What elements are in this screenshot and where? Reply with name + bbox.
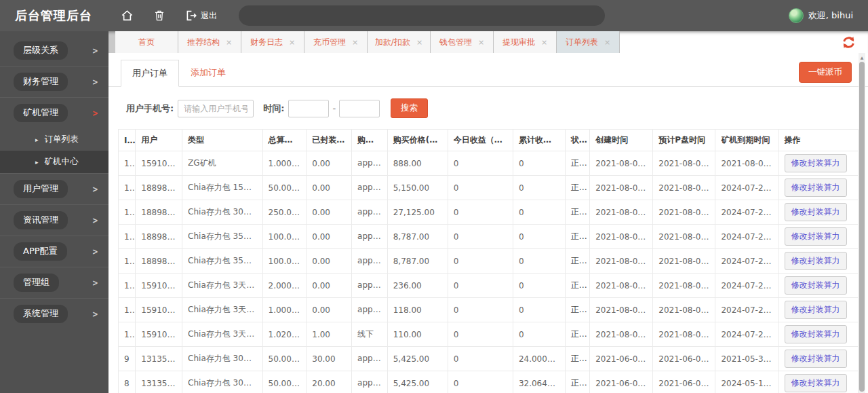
scrollbar-up-button[interactable]: ▲ [859,53,865,61]
tab[interactable]: 财务日志 × [241,31,304,53]
sidebar: 层级关系 > ▸ 层级关系 财务管理 > ▸ 财务管理 矿机管理 [0,31,108,393]
tab-close-icon[interactable]: × [289,39,295,46]
logout-button[interactable]: 退出 [185,10,217,22]
tab-close-icon[interactable]: × [478,39,484,46]
sidebar-item[interactable]: 管理组 > [0,267,108,298]
sidebar-item[interactable]: 层级关系 > [0,35,108,66]
tab-label: 订单列表 [566,37,598,48]
cell-total-profit: 32.06400000 [513,371,565,393]
tab[interactable]: 首页 × [115,31,178,53]
tab[interactable]: 提现审批 × [494,31,557,53]
sidebar-item[interactable]: 系统管理 > [0,298,108,329]
modify-seal-power-button[interactable]: 修改封装算力 [785,179,847,197]
dispatch-coin-button[interactable]: 一键派币 [799,62,852,83]
modify-seal-power-button[interactable]: 修改封装算力 [785,252,847,270]
cell-created-time: 2021-08-05 22:45:03 [590,322,653,347]
tab[interactable]: 加款/扣款 × [368,31,431,53]
search-button[interactable]: 搜索 [391,98,428,118]
sidebar-item-label: 管理组 [14,274,59,292]
cell-today-profit: 0 [448,151,513,176]
cell-expire-time: 2024-07-20 23:02:36 [715,225,778,249]
refresh-icon[interactable] [842,35,856,50]
column-header: 总算力(TB) [262,130,307,151]
cell-purchase-method: app购买 [352,225,388,249]
tab[interactable]: 推荐结构 × [178,31,241,53]
sidebar-item[interactable]: 资讯管理 > [0,204,108,236]
cell-actions: 修改封装算力 [778,225,858,249]
tab-close-icon[interactable]: × [352,39,358,46]
cell-sealed-power: 0.00 [307,225,352,249]
cell-total-power: 1.02000 [262,322,307,347]
phone-input[interactable] [178,100,254,117]
cell-actions: 修改封装算力 [778,200,858,225]
modify-seal-power-button[interactable]: 修改封装算力 [785,350,847,368]
cell-created-time: 2021-08-05 23:02:20 [590,249,653,274]
header-user[interactable]: 欢迎, bihui [789,8,853,23]
table-row: 13 18898395608 Chia存力包 35天满存交付 100.00000… [119,249,859,274]
modify-seal-power-button[interactable]: 修改封装算力 [785,203,847,221]
cell-expire-time: 2024-07-20 23:02:20 [715,249,778,274]
sidebar-item[interactable]: 矿机管理 > [0,97,108,128]
cell-type: ZG矿机 [182,151,262,176]
column-header: 购买价格(USDT) [387,130,448,151]
home-icon[interactable] [121,10,134,22]
modify-seal-power-button[interactable]: 修改封装算力 [785,276,847,295]
sidebar-item-label: 矿机管理 [14,104,68,122]
table-row: 17 15910903445 ZG矿机 1.00000 0.00 app购买 8… [119,151,859,176]
tab[interactable]: 充币管理 × [304,31,368,53]
modify-seal-power-button[interactable]: 修改封装算力 [785,227,847,246]
modify-seal-power-button[interactable]: 修改封装算力 [785,325,847,343]
column-header: 今日收益（XCH） [448,130,513,151]
cell-id: 16 [119,176,136,200]
chevron-right-icon: > [92,215,98,225]
cell-status: 正常 [565,176,589,200]
time-to-input[interactable] [339,100,380,117]
cell-type: Chia存力包 35天满存交付 [182,249,262,274]
tab[interactable]: 钱包管理 × [431,31,494,53]
cell-expire-time: 2024-07-20 23:02:08 [715,274,778,298]
cell-expire-time: 2024-07-20 22:59:35 [715,298,778,322]
tab-label: 首页 [138,37,155,48]
trash-icon[interactable] [154,10,165,22]
sidebar-item-label: 系统管理 [14,305,68,323]
table-row: 14 18898395608 Chia存力包 35天满存交付 100.00000… [119,225,859,249]
tab-close-icon[interactable]: × [604,39,610,46]
modify-seal-power-button[interactable]: 修改封装算力 [785,154,847,172]
cell-status: 正常 [565,151,589,176]
cell-id: 17 [119,151,136,176]
cell-plot-time: 2021-08-06 11:32:56 [653,151,715,176]
sidebar-subitem-label: 矿机中心 [45,156,79,168]
orders-table-wrap: ID 用户 类型 总算力(TB) 已封装算力 购买 [118,129,859,393]
time-from-input[interactable] [288,100,329,117]
sidebar-item-label: 资讯管理 [14,211,68,229]
sidebar-item[interactable]: 财务管理 > [0,66,108,97]
tab-close-icon[interactable]: × [416,39,422,46]
chevron-right-icon: > [92,45,98,56]
tab[interactable]: 订单列表 × [557,31,620,53]
scrollbar-thumb[interactable] [859,62,865,392]
sidebar-subitem[interactable]: ▸ 订单列表 [0,128,108,151]
cell-today-profit: 0 [448,371,513,393]
tab-close-icon[interactable]: × [226,39,232,46]
cell-plot-time: 2021-08-05 23:03:03 [653,200,715,225]
subtab[interactable]: 用户订单 [121,60,179,87]
subtab[interactable]: 添加订单 [179,59,237,86]
table-row: 10 15910903445 Chia存力包 3天满存交付 1.02000 1.… [119,322,859,347]
cell-total-profit: 24.00000000 [513,347,565,371]
cell-sealed-power: 0.00 [307,249,352,274]
tab-close-icon[interactable]: × [541,39,547,46]
cell-user: 15910903445 [136,151,182,176]
vertical-scrollbar[interactable]: ▲ [859,53,865,393]
cell-type: Chia存力包 35天满存交付 [182,225,262,249]
tab-label: 提现审批 [502,37,535,48]
modify-seal-power-button[interactable]: 修改封装算力 [785,374,847,392]
modify-seal-power-button[interactable]: 修改封装算力 [785,301,847,319]
tab-label: 财务日志 [250,37,283,48]
sidebar-subitem[interactable]: ▸ 矿机中心 [0,151,108,173]
header-search-input[interactable] [239,5,605,26]
sidebar-item[interactable]: 用户管理 > [0,173,108,204]
subtab-label: 添加订单 [191,67,226,77]
sidebar-item[interactable]: APP配置 > [0,236,108,267]
cell-purchase-method: app购买 [352,151,388,176]
scroll-up-arrow-icon: ▲ [861,55,864,60]
